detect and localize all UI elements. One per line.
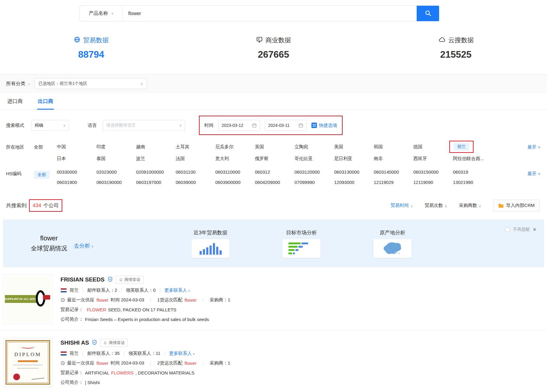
stat-business-data[interactable]: 商业数据 267665: [182, 36, 365, 60]
chevron-down-icon: ∨: [63, 124, 66, 127]
region-option[interactable]: 俄罗斯: [255, 156, 295, 162]
hs-option[interactable]: 02091000000: [136, 169, 176, 175]
hs-option[interactable]: 12093000: [334, 180, 374, 185]
hs-option[interactable]: 0604209000: [255, 180, 295, 185]
chevron-right-icon: ›: [193, 351, 194, 356]
badge-label: 商情雷达: [109, 340, 125, 345]
dont-remind-checkbox[interactable]: [505, 227, 510, 232]
hs-option[interactable]: 12119090: [413, 180, 453, 185]
close-icon[interactable]: ×: [533, 227, 536, 232]
hs-option[interactable]: 0603140000: [374, 169, 413, 175]
company-logo[interactable]: DIPLOM: [3, 338, 53, 387]
company-name[interactable]: SHISHI AS: [60, 339, 89, 346]
hs-option[interactable]: 0603150000: [413, 169, 453, 175]
region-expand-button[interactable]: 展开 ∨: [527, 144, 540, 150]
region-option[interactable]: 西班牙: [413, 156, 453, 162]
search-button[interactable]: [417, 6, 439, 21]
business-radar-badge[interactable]: 商情雷达: [116, 276, 144, 284]
region-option[interactable]: 南非: [374, 156, 413, 162]
tab-importer[interactable]: 进口商: [7, 93, 23, 109]
hs-option[interactable]: 0603900000: [215, 180, 255, 185]
region-option[interactable]: 厄瓜多尔: [215, 144, 255, 150]
hs-option[interactable]: 13021990: [453, 180, 493, 185]
hs-option[interactable]: 02023000: [96, 169, 136, 175]
promo-card-origin-analysis[interactable]: 原产地分析: [373, 229, 412, 258]
hs-expand-button[interactable]: 展开 ∨: [527, 171, 540, 177]
go-analyze-link[interactable]: 去分析 ›: [74, 242, 93, 249]
hs-option-all-selected[interactable]: 全部: [34, 171, 50, 179]
logo-flourish-shape: [21, 345, 34, 349]
region-option[interactable]: 尼日利亚: [334, 156, 374, 162]
shipment-match: 1货运次匹配: [157, 297, 182, 303]
hs-option[interactable]: 060319: [453, 169, 493, 175]
hs-option[interactable]: 0603130000: [334, 169, 374, 175]
date-to-input[interactable]: 2024-03-11: [265, 120, 307, 131]
search-input[interactable]: [123, 6, 417, 21]
logo-subtitle-shape: [18, 360, 38, 362]
badge-label: 商情雷达: [125, 277, 140, 282]
region-option[interactable]: 中国: [57, 144, 96, 150]
date-from-value: 2023-03-12: [222, 123, 243, 128]
search-category-dropdown[interactable]: 产品名称 ∨: [80, 6, 123, 21]
more-contacts-link[interactable]: 更多联系人 ›: [169, 351, 194, 356]
hs-option[interactable]: 0603120000: [295, 169, 334, 175]
company-name[interactable]: FRISIAN SEEDS: [60, 276, 105, 283]
divider: [160, 288, 160, 293]
selected-region-dropdown[interactable]: 已选地区：荷兰等1个地区 ∨: [34, 78, 147, 89]
region-option-all[interactable]: 全部: [34, 144, 43, 149]
promo-dismiss: 不再提醒 ×: [505, 227, 536, 232]
sort-trade-time[interactable]: 贸易时间 ↓: [391, 203, 413, 208]
hs-option[interactable]: 0603197000: [136, 180, 176, 185]
promo-card-target-market[interactable]: 目标市场分析: [282, 229, 321, 258]
company-profile-label: 公司简介：: [60, 316, 83, 322]
region-option[interactable]: 英国: [255, 144, 295, 150]
stat-value: 267665: [182, 49, 365, 60]
hs-options: 00330000 02023000 02091000000 06031100 0…: [57, 169, 493, 185]
region-option-netherlands-selected[interactable]: 荷兰: [454, 143, 469, 151]
sort-trade-count[interactable]: 贸易次数 ↓: [425, 203, 447, 208]
hs-option[interactable]: 07099990: [295, 180, 334, 185]
import-crm-button[interactable]: 导入内部CRM: [493, 200, 540, 211]
business-radar-badge[interactable]: 商情雷达: [100, 339, 128, 347]
region-option[interactable]: 意大利: [215, 156, 255, 162]
region-option[interactable]: 泰国: [96, 156, 136, 162]
region-option[interactable]: 韩国: [374, 144, 413, 150]
hs-option[interactable]: 00330000: [57, 169, 96, 175]
stat-cloud-data[interactable]: 云搜数据 215525: [365, 36, 547, 60]
supply-keyword: flower: [96, 297, 109, 303]
region-option[interactable]: 德国: [413, 144, 453, 150]
breadcrumb[interactable]: 所有分类 ›: [6, 81, 30, 87]
region-option[interactable]: 越南: [136, 144, 176, 150]
region-option[interactable]: 印度: [96, 144, 136, 150]
hs-option[interactable]: 0603190000: [96, 180, 136, 185]
region-option[interactable]: 法国: [176, 156, 215, 162]
hs-option[interactable]: 06031100: [176, 169, 215, 175]
region-option[interactable]: 阿拉伯联合酋...: [453, 156, 493, 162]
company-logo[interactable]: SUPPLIER OF ALL SEEDS: [3, 275, 53, 324]
search-mode-select[interactable]: 精确 ∨: [31, 120, 69, 131]
region-option[interactable]: 哥伦比亚: [295, 156, 334, 162]
language-label: 语言: [88, 123, 97, 128]
hs-option[interactable]: 060312: [255, 169, 295, 175]
sort-buyer-count[interactable]: 采购商数 ↓: [459, 203, 481, 208]
region-option[interactable]: 美国: [334, 144, 374, 150]
divider: [151, 298, 151, 302]
tab-exporter[interactable]: 出口商: [37, 93, 54, 109]
region-option[interactable]: 波兰: [136, 156, 176, 162]
more-contacts-link[interactable]: 更多联系人 ›: [164, 288, 190, 293]
region-option[interactable]: 日本: [57, 156, 96, 162]
region-option[interactable]: 立陶宛: [295, 144, 334, 150]
divider: [83, 352, 83, 356]
company-profile-label: 公司简介：: [60, 380, 83, 385]
region-option[interactable]: 土耳其: [176, 144, 215, 150]
promo-card-trade-data[interactable]: 近3年贸易数据: [191, 229, 230, 258]
quick-options-button[interactable]: 快捷选项: [311, 123, 337, 128]
hs-option[interactable]: 0603110000: [215, 169, 255, 175]
hs-option[interactable]: 06031900: [57, 180, 96, 185]
hs-option[interactable]: 12119029: [374, 180, 413, 185]
hs-option[interactable]: 06039000: [176, 180, 215, 185]
date-from-input[interactable]: 2023-03-12: [218, 120, 260, 131]
divider: [151, 361, 151, 365]
stat-trade-data[interactable]: 贸易数据 88794: [0, 36, 182, 60]
language-select[interactable]: 请选择翻译语言 ∨: [103, 120, 185, 131]
